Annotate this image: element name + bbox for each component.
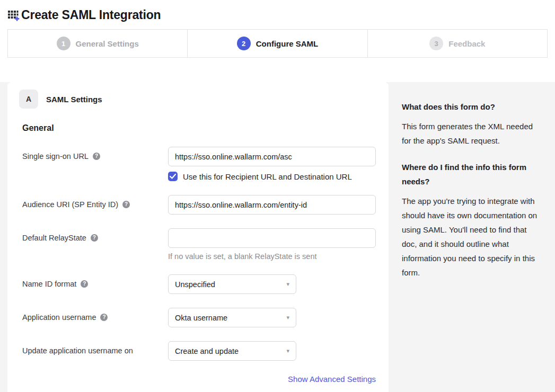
row-application-username: Application username ? Okta username ▾ [22, 308, 376, 327]
single-sign-on-url-label-group: Single sign-on URL ? [22, 147, 168, 161]
update-application-username-value: Create and update [175, 347, 239, 355]
step-1-number: 1 [57, 37, 71, 50]
name-id-format-value: Unspecified [175, 280, 215, 289]
step-configure-saml[interactable]: 2 Configure SAML [188, 30, 367, 57]
update-application-username-select[interactable]: Create and update ▾ [168, 341, 296, 361]
page-header: Create SAML Integration [0, 0, 555, 25]
chevron-down-icon: ▾ [286, 314, 289, 321]
section-header: A SAML Settings [19, 90, 376, 109]
audience-uri-field-group [168, 195, 376, 215]
general-heading: General [22, 123, 376, 133]
help-icon[interactable]: ? [81, 280, 88, 288]
default-relaystate-input[interactable] [168, 228, 376, 248]
step-general-settings[interactable]: 1 General Settings [8, 30, 188, 57]
step-3-label: Feedback [448, 39, 485, 48]
default-relaystate-label: Default RelayState [22, 234, 86, 242]
audience-uri-input[interactable] [168, 195, 376, 215]
show-advanced-settings-link[interactable]: Show Advanced Settings [288, 375, 376, 384]
checkmark-icon [170, 174, 176, 179]
update-application-username-label: Update application username on [22, 346, 133, 355]
recipient-url-checkbox-label[interactable]: Use this for Recipient URL and Destinati… [183, 172, 352, 181]
row-name-id-format: Name ID format ? Unspecified ▾ [22, 274, 376, 294]
single-sign-on-url-input[interactable] [168, 147, 376, 166]
help-question-1: What does this form do? [402, 100, 538, 114]
page-title: Create SAML Integration [21, 8, 161, 22]
name-id-format-select[interactable]: Unspecified ▾ [168, 274, 296, 294]
row-default-relaystate: Default RelayState ? If no value is set,… [22, 228, 376, 261]
default-relaystate-field-group: If no value is set, a blank RelayState i… [168, 228, 376, 261]
advanced-settings-row: Show Advanced Settings [22, 375, 376, 384]
step-2-number: 2 [237, 37, 251, 50]
name-id-format-label: Name ID format [22, 280, 76, 288]
single-sign-on-url-label: Single sign-on URL [22, 152, 89, 161]
update-application-username-label-group: Update application username on [22, 341, 168, 355]
row-update-application-username: Update application username on Create an… [22, 341, 376, 361]
single-sign-on-url-field-group: Use this for Recipient URL and Destinati… [168, 147, 376, 181]
step-feedback[interactable]: 3 Feedback [368, 30, 547, 57]
audience-uri-label: Audience URI (SP Entity ID) [22, 200, 118, 209]
step-2-label: Configure SAML [256, 39, 319, 48]
default-relaystate-label-group: Default RelayState ? [22, 228, 168, 242]
step-3-number: 3 [429, 37, 443, 50]
chevron-down-icon: ▾ [286, 348, 289, 354]
chevron-down-icon: ▾ [286, 281, 289, 288]
application-username-label-group: Application username ? [22, 308, 168, 322]
application-username-select[interactable]: Okta username ▾ [168, 308, 296, 327]
recipient-url-checkbox[interactable] [168, 172, 178, 181]
help-icon[interactable]: ? [91, 234, 98, 242]
saml-form: Single sign-on URL ? Use this for Recipi… [22, 147, 376, 384]
help-icon[interactable]: ? [93, 153, 100, 160]
saml-settings-card: A SAML Settings General Single sign-on U… [7, 82, 389, 392]
application-username-label: Application username [22, 313, 96, 322]
step-1-label: General Settings [76, 39, 139, 48]
recipient-url-checkbox-row: Use this for Recipient URL and Destinati… [168, 172, 376, 181]
help-icon[interactable]: ? [122, 201, 130, 208]
name-id-format-label-group: Name ID format ? [22, 274, 168, 288]
section-title: SAML Settings [46, 95, 102, 104]
help-answer-1: This form generates the XML needed for t… [402, 119, 538, 148]
help-answer-2: The app you're trying to integrate with … [402, 194, 538, 280]
help-sidebar: What does this form do? This form genera… [402, 82, 538, 392]
application-username-value: Okta username [175, 314, 227, 322]
default-relaystate-hint: If no value is set, a blank RelayState i… [168, 252, 376, 261]
app-grid-plus-icon [7, 9, 20, 22]
content-area: A SAML Settings General Single sign-on U… [0, 82, 555, 392]
wizard-stepper: 1 General Settings 2 Configure SAML 3 Fe… [7, 29, 548, 58]
row-single-sign-on-url: Single sign-on URL ? Use this for Recipi… [22, 147, 376, 181]
help-question-2: Where do I find the info this form needs… [402, 161, 538, 189]
audience-uri-label-group: Audience URI (SP Entity ID) ? [22, 195, 168, 209]
section-badge: A [19, 90, 38, 109]
row-audience-uri: Audience URI (SP Entity ID) ? [22, 195, 376, 215]
help-icon[interactable]: ? [100, 314, 108, 321]
